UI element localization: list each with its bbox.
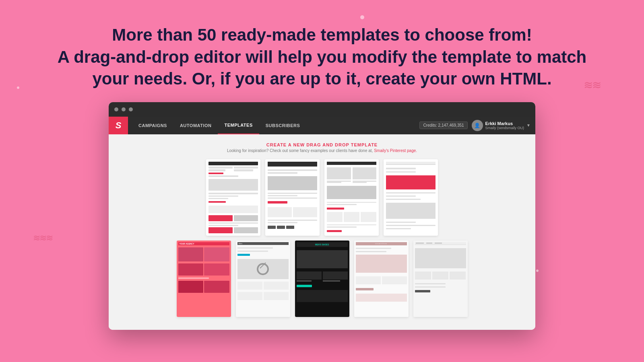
template-card-6[interactable]: Bikes bbox=[236, 241, 290, 317]
user-org: Smaily (sendsmaily OU) bbox=[485, 126, 524, 130]
template-card-1[interactable] bbox=[206, 159, 260, 236]
subtitle-text: Looking for inspiration? Check out some … bbox=[227, 148, 373, 153]
credits-badge: Credits: 2,147,469,351 bbox=[419, 121, 467, 129]
browser-dot-3 bbox=[129, 107, 133, 111]
hero-title: More than 50 ready-made templates to cho… bbox=[40, 24, 604, 90]
pinterest-link[interactable]: Smaily's Pinterest page. bbox=[374, 148, 417, 153]
nav-templates[interactable]: TEMPLATES bbox=[218, 117, 259, 134]
hero-section: More than 50 ready-made templates to cho… bbox=[0, 0, 644, 102]
user-details: Erkki Markus Smaily (sendsmaily OU) bbox=[485, 121, 524, 130]
app-navbar: S CAMPAIGNS AUTOMATION TEMPLATES SUBSCRI… bbox=[109, 117, 535, 134]
template-preview-4 bbox=[384, 159, 438, 236]
template-card-3[interactable] bbox=[324, 159, 379, 236]
template-grid-row2: YOUR AGENCY bbox=[121, 241, 523, 317]
template-card-8[interactable]: cosmetícos bbox=[354, 241, 409, 317]
user-avatar: 👤 bbox=[472, 120, 483, 131]
template-preview-8: cosmetícos bbox=[354, 241, 409, 317]
template-preview-2 bbox=[265, 159, 320, 236]
browser-chrome bbox=[109, 102, 535, 117]
content-subtitle: Looking for inspiration? Check out some … bbox=[121, 148, 523, 153]
template-card-5[interactable]: YOUR AGENCY bbox=[177, 241, 231, 317]
nav-automation[interactable]: AUTOMATION bbox=[173, 117, 218, 134]
app-content: CREATE A NEW DRAG AND DROP TEMPLATE Look… bbox=[109, 134, 535, 330]
deco-dot-3 bbox=[536, 269, 539, 272]
nav-campaigns[interactable]: CAMPAIGNS bbox=[132, 117, 173, 134]
template-preview-1 bbox=[206, 159, 260, 236]
browser-window: S CAMPAIGNS AUTOMATION TEMPLATES SUBSCRI… bbox=[109, 102, 535, 330]
browser-dot-2 bbox=[122, 107, 126, 111]
template-preview-7: MEN'S SHOES bbox=[295, 241, 349, 317]
user-info[interactable]: 👤 Erkki Markus Smaily (sendsmaily OU) ▼ bbox=[472, 120, 530, 131]
template-preview-3 bbox=[324, 159, 379, 236]
user-name: Erkki Markus bbox=[485, 121, 524, 126]
nav-subscribers[interactable]: SUBSCRIBERS bbox=[259, 117, 307, 134]
template-preview-5: YOUR AGENCY bbox=[177, 241, 231, 317]
template-card-4[interactable] bbox=[384, 159, 438, 236]
template-preview-6: Bikes bbox=[236, 241, 290, 317]
app-logo: S bbox=[109, 117, 128, 134]
template-card-2[interactable] bbox=[265, 159, 320, 236]
template-grid-row1 bbox=[121, 159, 523, 236]
chevron-down-icon[interactable]: ▼ bbox=[526, 123, 530, 128]
template-card-9[interactable] bbox=[413, 241, 468, 317]
browser-dot-1 bbox=[114, 107, 118, 111]
template-card-7[interactable]: MEN'S SHOES bbox=[295, 241, 349, 317]
deco-squiggle-2: ≋≋≋ bbox=[33, 233, 52, 243]
template-preview-9 bbox=[413, 241, 468, 317]
content-header: CREATE A NEW DRAG AND DROP TEMPLATE Look… bbox=[121, 142, 523, 153]
content-title: CREATE A NEW DRAG AND DROP TEMPLATE bbox=[121, 142, 523, 147]
nav-links: CAMPAIGNS AUTOMATION TEMPLATES SUBSCRIBE… bbox=[128, 117, 419, 134]
nav-right: Credits: 2,147,469,351 👤 Erkki Markus Sm… bbox=[419, 120, 535, 131]
